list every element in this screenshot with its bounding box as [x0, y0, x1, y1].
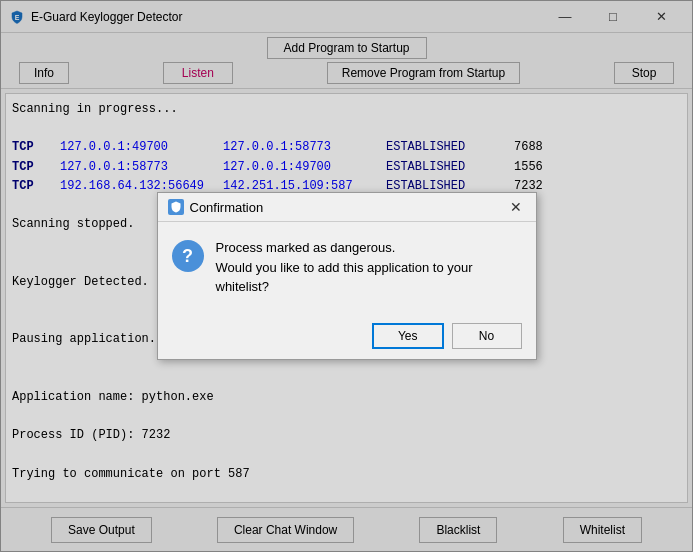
modal-message: Process marked as dangerous. Would you l… — [216, 238, 522, 297]
yes-button[interactable]: Yes — [372, 323, 444, 349]
modal-titlebar: Confirmation ✕ — [158, 193, 536, 222]
modal-close-button[interactable]: ✕ — [506, 199, 526, 215]
modal-title-area: Confirmation — [168, 199, 264, 215]
modal-overlay: Confirmation ✕ ? Process marked as dange… — [0, 0, 693, 552]
modal-shield-icon — [168, 199, 184, 215]
question-icon: ? — [172, 240, 204, 272]
modal-footer: Yes No — [158, 313, 536, 359]
modal-body: ? Process marked as dangerous. Would you… — [158, 222, 536, 313]
modal-message-line1: Process marked as dangerous. — [216, 238, 522, 258]
modal-title-text: Confirmation — [190, 200, 264, 215]
modal-message-line2: Would you like to add this application t… — [216, 258, 522, 297]
no-button[interactable]: No — [452, 323, 522, 349]
confirmation-dialog: Confirmation ✕ ? Process marked as dange… — [157, 192, 537, 360]
